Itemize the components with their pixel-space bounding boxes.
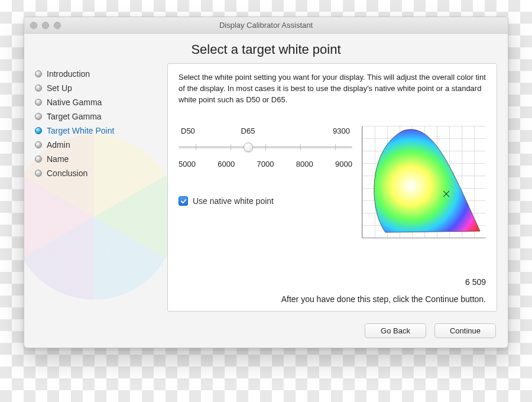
slider-tick	[231, 144, 231, 150]
step-bullet-icon	[35, 85, 42, 92]
native-white-point-label: Use native white point	[193, 195, 274, 207]
step-label: Native Gamma	[47, 98, 102, 107]
slider-tick	[335, 144, 336, 150]
step-label: Target Gamma	[47, 112, 102, 121]
continue-button[interactable]: Continue	[434, 323, 496, 338]
step-label: Conclusion	[47, 168, 87, 178]
close-icon[interactable]	[30, 22, 37, 29]
preset-d65: D65	[241, 126, 255, 137]
traffic-lights	[30, 22, 61, 29]
page-header: Select a target white point	[24, 34, 508, 63]
chromaticity-diagram	[362, 126, 486, 238]
checkmark-icon	[180, 198, 187, 205]
step-bullet-icon	[35, 70, 42, 77]
sidebar: IntroductionSet UpNative GammaTarget Gam…	[35, 63, 159, 312]
body: IntroductionSet UpNative GammaTarget Gam…	[24, 63, 508, 316]
slider-tick-labels: 5000 6000 7000 8000 9000	[179, 157, 352, 170]
step-label: Admin	[47, 140, 70, 150]
sidebar-step-conclusion: Conclusion	[35, 166, 159, 180]
step-bullet-icon	[35, 170, 42, 177]
sidebar-step-admin: Admin	[35, 138, 159, 152]
white-point-slider[interactable]	[179, 141, 352, 153]
tick-6000: 6000	[218, 159, 235, 170]
step-bullet-icon	[35, 155, 42, 163]
slider-tick	[300, 144, 301, 150]
preset-d50: D50	[181, 126, 195, 137]
sidebar-step-set-up: Set Up	[35, 81, 159, 95]
slider-thumb[interactable]	[244, 142, 253, 152]
step-bullet-icon	[35, 141, 42, 148]
native-white-point-row: Use native white point	[179, 195, 352, 207]
native-white-point-checkbox[interactable]	[179, 196, 188, 206]
slider-area: D50 D65 9300 5000	[179, 126, 352, 208]
zoom-icon[interactable]	[54, 22, 61, 29]
go-back-button[interactable]: Go Back	[365, 323, 426, 338]
minimize-icon[interactable]	[42, 22, 49, 29]
step-label: Name	[47, 154, 69, 164]
slider-preset-labels: D50 D65 9300	[179, 126, 352, 141]
step-bullet-icon	[35, 99, 42, 106]
titlebar: Display Calibrator Assistant	[24, 17, 508, 34]
window: Display Calibrator Assistant Select a ta…	[24, 17, 508, 348]
page-title: Select a target white point	[24, 42, 508, 57]
slider-tick	[265, 144, 266, 150]
preset-9300: 9300	[333, 126, 350, 137]
description-text: Select the white point setting you want …	[179, 72, 486, 106]
tick-5000: 5000	[179, 159, 196, 170]
step-bullet-icon	[35, 113, 42, 120]
chromaticity-shape-icon	[362, 125, 487, 238]
step-label: Introduction	[47, 69, 90, 79]
tick-9000: 9000	[335, 159, 352, 170]
after-text: After you have done this step, click the…	[179, 293, 486, 305]
footer: Go Back Continue	[24, 316, 508, 348]
step-bullet-icon	[35, 127, 42, 134]
sidebar-step-target-white-point: Target White Point	[35, 124, 159, 138]
sidebar-step-target-gamma: Target Gamma	[35, 109, 159, 124]
tick-8000: 8000	[296, 159, 313, 170]
sidebar-step-name: Name	[35, 152, 159, 166]
content-panel: Select the white point setting you want …	[167, 63, 497, 312]
sidebar-step-introduction: Introduction	[35, 67, 159, 81]
midrow: D50 D65 9300 5000	[179, 126, 486, 238]
step-label: Set Up	[47, 83, 72, 93]
window-title: Display Calibrator Assistant	[24, 21, 508, 30]
slider-tick	[196, 144, 196, 150]
tick-7000: 7000	[257, 159, 274, 170]
step-list: IntroductionSet UpNative GammaTarget Gam…	[35, 67, 159, 180]
sidebar-step-native-gamma: Native Gamma	[35, 95, 159, 109]
step-label: Target White Point	[47, 126, 114, 135]
current-white-point-value: 6 509	[179, 276, 486, 288]
